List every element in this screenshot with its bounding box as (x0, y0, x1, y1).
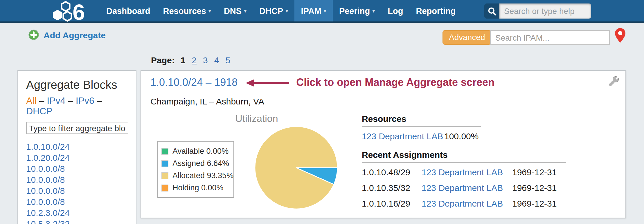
nav-item-dhcp[interactable]: DHCP▾ (253, 0, 294, 21)
sidebar-title: Aggregate Blocks (26, 78, 128, 92)
aggregate-title-link[interactable]: 1.0.10.0/24 – 1918 (150, 77, 238, 89)
recent-assignment-row: 1.0.10.16/29123 Department LAB1969-12-31 (362, 198, 617, 209)
aggregate-blocks-panel: Aggregate Blocks All – IPv4 – IPv6 – DHC… (17, 70, 136, 224)
assignment-resource-link[interactable]: 123 Department LAB (422, 182, 512, 193)
plus-icon (28, 30, 39, 40)
add-aggregate-button[interactable]: Add Aggregate (28, 30, 106, 40)
chevron-down-icon: ▾ (244, 8, 247, 14)
aggregate-location: Champaign, IL – Ashburn, VA (150, 96, 264, 106)
utilization-title: Utilization (199, 113, 315, 125)
assignment-cidr: 1.0.10.16/29 (362, 198, 422, 209)
filter-link-dhcp[interactable]: DHCP (26, 106, 53, 116)
nav-item-log[interactable]: Log (381, 0, 409, 21)
recent-assignments-heading: Recent Assignments (362, 150, 566, 163)
nav-item-peering[interactable]: Peering▾ (333, 0, 381, 21)
aggregate-block-link[interactable]: 1.0.10.0/24 (26, 141, 128, 152)
wrench-icon[interactable] (609, 76, 619, 89)
assignment-date: 1969-12-31 (512, 167, 617, 178)
chevron-down-icon: ▾ (324, 8, 326, 14)
filter-separator: – (37, 96, 47, 106)
aggregate-block-link[interactable]: 10.5.3.2/32 (26, 218, 128, 224)
page-link-5[interactable]: 5 (225, 55, 230, 65)
pagination-pages: 12345 (181, 55, 237, 65)
nav-item-dns[interactable]: DNS▾ (217, 0, 253, 21)
legend-row-assigned: Assigned 6.64% (161, 157, 230, 169)
pie-slice-allocated (255, 127, 337, 209)
nav-item-label: Peering (339, 6, 370, 15)
filter-separator: – (94, 96, 102, 106)
chevron-down-icon: ▾ (372, 8, 375, 14)
nav-item-dashboard[interactable]: Dashboard (100, 0, 157, 21)
page-link-4[interactable]: 4 (214, 55, 219, 65)
filter-link-ipv4[interactable]: IPv4 (47, 96, 65, 106)
resource-link[interactable]: 123 Department LAB (362, 131, 444, 142)
filter-aggregate-input[interactable] (26, 122, 128, 134)
map-pin-icon[interactable] (615, 28, 625, 45)
magnifier-icon (488, 7, 496, 15)
ipam-search-input[interactable] (490, 30, 610, 45)
assignment-cidr: 1.0.10.48/29 (362, 167, 422, 178)
legend-label: Allocated 93.35% (172, 171, 233, 180)
nav-item-label: Resources (163, 6, 206, 15)
aggregate-block-link[interactable]: 1.0.20.0/24 (26, 152, 128, 163)
resources-heading: Resources (362, 114, 481, 127)
legend-swatch-available (161, 148, 168, 155)
filter-link-all[interactable]: All (26, 96, 37, 106)
assignment-date: 1969-12-31 (512, 182, 617, 193)
aggregate-block-link[interactable]: 10.0.0.0/8 (26, 163, 128, 174)
utilization-pie-chart (254, 125, 339, 210)
legend-swatch-holding (161, 184, 168, 191)
recent-assignment-row: 1.0.10.35/32123 Department LAB1969-12-31 (362, 182, 617, 193)
pagination-label: Page: (151, 55, 175, 65)
nav-search (484, 3, 591, 19)
nav-item-label: Dashboard (106, 6, 150, 15)
legend-label: Available 0.00% (172, 147, 229, 156)
nav-item-ipam[interactable]: IPAM▾ (294, 0, 332, 21)
assignment-date: 1969-12-31 (512, 198, 617, 209)
nav-item-label: Log (388, 6, 403, 15)
aggregate-block-link[interactable]: 10.0.0.0/8 (26, 185, 128, 196)
nav-item-label: DNS (224, 6, 242, 15)
aggregate-block-link[interactable]: 10.2.3.0/24 (26, 207, 128, 218)
legend-label: Assigned 6.64% (172, 159, 229, 168)
svg-text:6: 6 (73, 1, 85, 23)
aggregate-block-list: 1.0.10.0/241.0.20.0/2410.0.0.0/810.0.0.0… (26, 141, 128, 224)
search-icon[interactable] (484, 3, 499, 19)
legend-row-allocated: Allocated 93.35% (161, 169, 230, 182)
6connect-logo[interactable]: 6 (53, 1, 97, 25)
page-link-1: 1 (181, 55, 186, 65)
nav-menu: DashboardResources▾DNS▾DHCP▾IPAM▾Peering… (100, 0, 462, 21)
nav-item-label: DHCP (259, 6, 283, 15)
aggregate-block-link[interactable]: 10.0.0.0/8 (26, 196, 128, 207)
annotation-arrow-icon (245, 79, 290, 87)
nav-item-resources[interactable]: Resources▾ (157, 0, 217, 21)
resource-percent: 100.00% (444, 131, 617, 142)
filter-separator: – (65, 96, 76, 106)
legend-label: Holding 0.00% (172, 183, 224, 192)
recent-assignment-row: 1.0.10.48/29123 Department LAB1969-12-31 (362, 167, 617, 178)
legend-swatch-assigned (161, 160, 168, 167)
nav-item-label: Reporting (416, 6, 456, 15)
global-search-input[interactable] (499, 3, 591, 19)
assignment-resource-link[interactable]: 123 Department LAB (422, 167, 512, 178)
assignment-cidr: 1.0.10.35/32 (362, 182, 422, 193)
filter-link-ipv6[interactable]: IPv6 (76, 96, 94, 106)
top-nav: 6 DashboardResources▾DNS▾DHCP▾IPAM▾Peeri… (0, 0, 644, 23)
6connect-logo-icon: 6 (53, 1, 97, 23)
aggregate-block-link[interactable]: 10.0.0.0/8 (26, 174, 128, 185)
sidebar-filters: All – IPv4 – IPv6 – DHCP (26, 96, 128, 117)
ipam-page: 6 DashboardResources▾DNS▾DHCP▾IPAM▾Peeri… (0, 0, 644, 224)
utilization-legend: Available 0.00%Assigned 6.64%Allocated 9… (157, 141, 234, 198)
advanced-button[interactable]: Advanced (442, 30, 492, 45)
assignment-resource-link[interactable]: 123 Department LAB (422, 198, 512, 209)
chevron-down-icon: ▾ (208, 8, 211, 14)
annotation-text: Click to open Manage Aggregate screen (296, 77, 494, 89)
page-link-2[interactable]: 2 (192, 55, 197, 65)
resource-row: 123 Department LAB100.00% (362, 131, 617, 142)
legend-row-holding: Holding 0.00% (161, 182, 230, 194)
page-link-3[interactable]: 3 (203, 55, 208, 65)
nav-item-reporting[interactable]: Reporting (409, 0, 462, 21)
aggregate-title-row: 1.0.10.0/24 – 1918 Click to open Manage … (150, 77, 494, 89)
add-aggregate-label: Add Aggregate (44, 30, 106, 40)
pagination: Page: 12345 (151, 55, 237, 65)
